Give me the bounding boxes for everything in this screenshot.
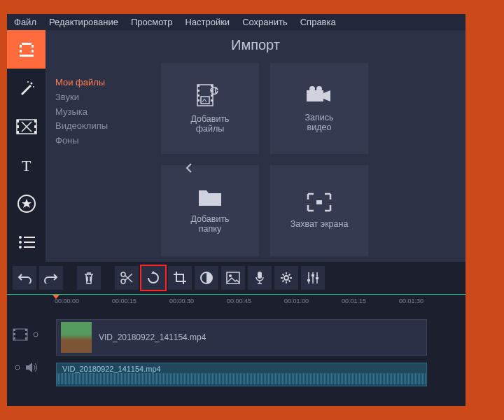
svg-rect-4 bbox=[20, 52, 22, 55]
menu-file[interactable]: Файл bbox=[14, 17, 36, 27]
sidebar-more-button[interactable] bbox=[7, 223, 46, 261]
star-circle-icon bbox=[17, 194, 36, 214]
video-track-header[interactable] bbox=[13, 328, 48, 341]
undo-button[interactable] bbox=[13, 266, 36, 290]
add-folder-tile[interactable]: Добавитьпапку bbox=[161, 165, 259, 256]
add-files-icon bbox=[196, 83, 224, 107]
scissors-icon bbox=[120, 271, 134, 285]
color-button[interactable] bbox=[195, 266, 218, 290]
mic-icon bbox=[254, 271, 265, 285]
svg-point-44 bbox=[229, 274, 232, 277]
text-icon: T bbox=[18, 157, 35, 174]
svg-rect-49 bbox=[316, 277, 318, 279]
svg-rect-27 bbox=[197, 85, 200, 87]
svg-point-37 bbox=[309, 86, 315, 92]
audio-clip[interactable]: VID_20180922_141154.mp4 bbox=[56, 363, 427, 386]
svg-point-9 bbox=[33, 86, 34, 88]
video-clip[interactable]: VID_20180922_141154.mp4 bbox=[56, 319, 427, 356]
sidebar-stickers-button[interactable] bbox=[7, 184, 46, 223]
panel-title: Импорт bbox=[46, 30, 465, 56]
svg-rect-56 bbox=[25, 337, 27, 340]
crop-icon bbox=[173, 271, 187, 285]
svg-rect-52 bbox=[13, 333, 15, 335]
tile-label: Записьвидео bbox=[304, 113, 333, 132]
link-icon bbox=[13, 363, 22, 372]
crop-button[interactable] bbox=[168, 266, 192, 290]
clip-label: VID_20180922_141154.mp4 bbox=[99, 332, 206, 342]
svg-point-8 bbox=[30, 82, 32, 84]
svg-rect-29 bbox=[197, 94, 200, 97]
contrast-icon bbox=[200, 271, 214, 285]
svg-rect-31 bbox=[211, 85, 213, 87]
equalizer-button[interactable] bbox=[301, 266, 325, 290]
menu-edit[interactable]: Редактирование bbox=[49, 17, 118, 27]
add-files-tile[interactable]: Добавитьфайлы bbox=[161, 63, 259, 154]
timeline[interactable]: 00:00:00 00:00:15 00:00:30 00:00:45 00:0… bbox=[7, 294, 465, 406]
svg-text:T: T bbox=[22, 157, 31, 174]
sidebar-import-button[interactable] bbox=[7, 30, 46, 69]
category-sounds[interactable]: Звуки bbox=[55, 90, 144, 105]
redo-button[interactable] bbox=[39, 266, 63, 290]
audio-track-header[interactable] bbox=[13, 362, 48, 373]
menu-help[interactable]: Справка bbox=[300, 17, 336, 27]
gear-icon bbox=[279, 271, 293, 285]
timeline-toolbar bbox=[7, 262, 465, 294]
sidebar-filters-button[interactable] bbox=[7, 69, 46, 107]
collapse-panel-handle[interactable] bbox=[186, 163, 192, 176]
rotate-button[interactable] bbox=[141, 266, 165, 290]
svg-point-10 bbox=[27, 81, 29, 83]
svg-rect-36 bbox=[307, 90, 323, 102]
split-button[interactable] bbox=[115, 266, 139, 290]
svg-rect-55 bbox=[25, 333, 27, 335]
filmstrip-icon bbox=[18, 41, 36, 59]
camera-icon bbox=[305, 85, 333, 106]
voiceover-button[interactable] bbox=[248, 266, 272, 290]
svg-rect-23 bbox=[24, 241, 35, 243]
category-my-files[interactable]: Мои файлы bbox=[55, 76, 144, 90]
svg-rect-30 bbox=[197, 99, 200, 102]
ruler-mark: 00:00:15 bbox=[112, 298, 136, 304]
link-icon bbox=[31, 330, 41, 340]
delete-button[interactable] bbox=[77, 266, 101, 290]
svg-point-22 bbox=[19, 241, 22, 244]
clip-properties-button[interactable] bbox=[221, 266, 245, 290]
svg-rect-17 bbox=[34, 131, 36, 134]
menu-view[interactable]: Просмотр bbox=[131, 17, 172, 27]
record-video-tile[interactable]: Записьвидео bbox=[270, 63, 368, 154]
svg-rect-1 bbox=[22, 45, 31, 55]
video-track-icon bbox=[13, 328, 28, 341]
ruler-mark: 00:00:45 bbox=[227, 298, 251, 304]
svg-point-20 bbox=[19, 236, 22, 239]
svg-point-24 bbox=[19, 246, 22, 248]
settings-button[interactable] bbox=[274, 266, 298, 290]
screen-capture-tile[interactable]: Захват экрана bbox=[270, 165, 368, 256]
svg-rect-13 bbox=[17, 125, 19, 128]
speaker-icon bbox=[25, 362, 38, 373]
svg-rect-16 bbox=[34, 125, 36, 128]
tile-label: Добавитьфайлы bbox=[190, 114, 229, 134]
svg-rect-5 bbox=[31, 43, 34, 45]
menu-save[interactable]: Сохранить bbox=[242, 17, 288, 27]
waveform bbox=[57, 373, 426, 384]
undo-icon bbox=[18, 272, 31, 284]
sidebar-transitions-button[interactable] bbox=[7, 107, 46, 146]
import-category-list: Мои файлы Звуки Музыка Видеоклипы Фоны bbox=[46, 56, 154, 263]
menu-settings[interactable]: Настройки bbox=[185, 17, 230, 27]
menubar: Файл Редактирование Просмотр Настройки С… bbox=[7, 14, 465, 30]
category-music[interactable]: Музыка bbox=[55, 105, 144, 120]
svg-point-46 bbox=[284, 276, 288, 280]
svg-rect-2 bbox=[20, 43, 22, 45]
trash-icon bbox=[83, 271, 95, 285]
svg-rect-47 bbox=[307, 279, 310, 281]
category-videoclips[interactable]: Видеоклипы bbox=[55, 119, 144, 134]
category-backgrounds[interactable]: Фоны bbox=[55, 134, 144, 148]
svg-rect-45 bbox=[258, 272, 262, 279]
folder-icon bbox=[197, 188, 223, 207]
ruler-mark: 00:00:00 bbox=[55, 298, 79, 304]
svg-rect-53 bbox=[13, 337, 15, 340]
list-icon bbox=[18, 235, 35, 249]
timeline-ruler[interactable]: 00:00:00 00:00:15 00:00:30 00:00:45 00:0… bbox=[7, 294, 465, 315]
sidebar-titles-button[interactable]: T bbox=[7, 146, 46, 184]
svg-rect-54 bbox=[25, 329, 27, 331]
ruler-mark: 00:01:00 bbox=[284, 298, 309, 304]
